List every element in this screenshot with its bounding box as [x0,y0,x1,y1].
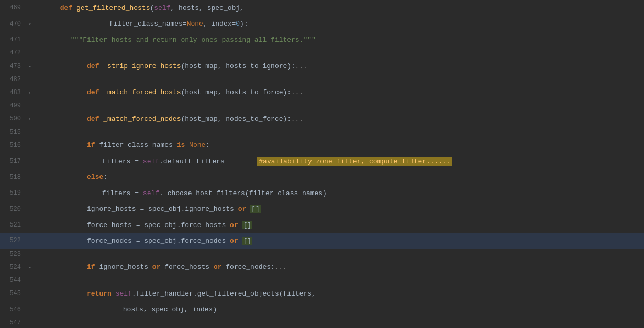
code-line-546: 546 hosts, spec_obj, index) [0,302,644,318]
code-line-473: 473 ▸ def _strip_ignore_hosts(host_map, … [0,58,644,74]
line-num-482: 482 [0,76,26,83]
code-line-483: 483 ▸ def _match_forced_hosts(host_map, … [0,85,644,100]
line-num-499: 499 [0,102,26,109]
line-num-519: 519 [0,189,26,197]
fold-500[interactable]: ▸ [26,116,34,122]
fold-524[interactable]: ▸ [26,264,34,270]
code-line-471: 471 """Filter hosts and return only ones… [0,32,644,48]
line-num-472: 472 [0,49,26,56]
code-line-524: 524 ▸ if ignore_hosts or force_hosts or … [0,259,644,275]
fold-470[interactable]: ▾ [26,21,34,27]
line-num-471: 471 [0,36,26,43]
line-num-547: 547 [0,319,26,326]
line-num-469: 469 [0,4,26,12]
line-num-516: 516 [0,142,26,149]
line-num-470: 470 [0,20,26,28]
line-num-545: 545 [0,290,26,297]
fold-483[interactable]: ▸ [26,89,34,96]
line-num-483: 483 [0,89,26,96]
line-num-473: 473 [0,63,26,70]
line-num-522: 522 [0,237,26,244]
keyword-def: def [60,4,76,12]
code-line-547: 547 [0,318,644,328]
fn-get-filtered-hosts: get_filtered_hosts [76,4,150,12]
fold-473[interactable]: ▸ [26,63,34,70]
code-line-522: 522 force_nodes = spec_obj.force_nodes o… [0,233,644,248]
line-num-515: 515 [0,129,26,136]
line-num-518: 518 [0,174,26,181]
code-editor: 469 def get_filtered_hosts(self, hosts, … [0,0,644,328]
line-num-521: 521 [0,221,26,229]
line-num-546: 546 [0,306,26,313]
code-line-500: 500 ▸ def _match_forced_nodes(host_map, … [0,111,644,127]
line-num-517: 517 [0,157,26,165]
line-num-520: 520 [0,206,26,213]
line-num-544: 544 [0,277,26,284]
line-num-500: 500 [0,115,26,122]
docstring-text: """Filter hosts and return only ones pas… [71,36,316,44]
line-num-524: 524 [0,264,26,271]
line-num-523: 523 [0,251,26,258]
comment-availability: #availability zone filter, compute filte… [257,157,452,166]
